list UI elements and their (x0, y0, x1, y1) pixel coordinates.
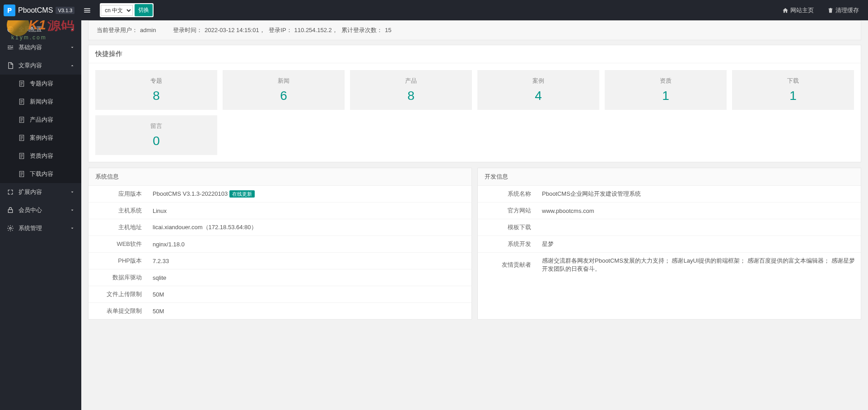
login-count-value: 15 (385, 27, 391, 33)
quick-card[interactable]: 产品8 (350, 70, 472, 110)
chevron-down-icon (70, 190, 75, 194)
user-value: admin (140, 27, 156, 33)
quick-card[interactable]: 资质1 (605, 70, 727, 110)
login-info-bar: 当前登录用户：admin 登录时间：2022-03-12 14:15:01， 登… (88, 20, 861, 40)
nav-basic-content[interactable]: 基础内容 (0, 38, 81, 57)
quick-panel: 快捷操作 专题8新闻6产品8案例4资质1下载1留言0 (88, 45, 861, 162)
row-label: 应用版本 (89, 186, 147, 203)
user-label: 当前登录用户： (97, 27, 138, 33)
dev-info-table: 系统名称PbootCMS企业网站开发建设管理系统官方网站www.pbootcms… (478, 186, 861, 277)
site-home-link[interactable]: 网站主页 (782, 6, 814, 14)
table-row: WEB软件nginx/1.18.0 (89, 236, 471, 253)
table-row: 系统开发星梦 (478, 236, 861, 253)
quick-cards: 专题8新闻6产品8案例4资质1下载1留言0 (89, 63, 861, 162)
menu-toggle[interactable] (78, 0, 96, 20)
nav-sub-topic[interactable]: 专题内容 (0, 75, 81, 93)
nav-label: 产品内容 (30, 116, 53, 124)
row-value: nginx/1.18.0 (147, 236, 471, 253)
file-text-icon (18, 98, 25, 105)
quick-panel-title: 快捷操作 (89, 45, 861, 63)
nav-label: 系统管理 (19, 224, 42, 232)
row-label: 官方网站 (478, 203, 537, 219)
row-value: 50M (147, 303, 471, 320)
table-row: 数据库驱动sqlite (89, 269, 471, 286)
hamburger-icon (83, 6, 91, 14)
card-number: 1 (607, 89, 724, 103)
nav-label: 基础内容 (19, 43, 42, 52)
trash-icon (827, 7, 834, 14)
row-label: 系统名称 (478, 186, 537, 203)
site-home-label: 网站主页 (790, 6, 814, 14)
info-columns: 系统信息 应用版本PbootCMS V3.1.3-20220103在线更新主机系… (88, 168, 861, 320)
card-title: 案例 (480, 77, 597, 85)
nav-label: 扩展内容 (19, 188, 42, 196)
row-value: Linux (147, 203, 471, 219)
nav-global-config[interactable]: 全局配置 (0, 20, 81, 38)
table-row: 主机系统Linux (89, 203, 471, 219)
row-value: 感谢交流群各网友对PbootCMS发展的大力支持； 感谢LayUI提供的前端框架… (537, 253, 861, 278)
system-info-panel: 系统信息 应用版本PbootCMS V3.1.3-20220103在线更新主机系… (88, 168, 472, 320)
nav-sub-news[interactable]: 新闻内容 (0, 93, 81, 111)
nav-sub-download[interactable]: 下载内容 (0, 165, 81, 183)
login-time-value: 2022-03-12 14:15:01， (205, 27, 265, 33)
logo-area[interactable]: PbootCMS V3.1.3 (0, 0, 78, 20)
language-switcher: cn 中文 切换 (100, 3, 154, 17)
system-info-table: 应用版本PbootCMS V3.1.3-20220103在线更新主机系统Linu… (89, 186, 471, 319)
nav-article-content[interactable]: 文章内容 (0, 57, 81, 75)
card-title: 产品 (352, 77, 470, 85)
card-number: 8 (352, 89, 470, 103)
chevron-down-icon (70, 27, 75, 32)
nav-extend-content[interactable]: 扩展内容 (0, 183, 81, 201)
card-title: 资质 (607, 77, 724, 85)
row-label: 数据库驱动 (89, 269, 147, 286)
card-title: 下载 (734, 77, 852, 85)
row-value: sqlite (147, 269, 471, 286)
row-value: 50M (147, 286, 471, 303)
quick-card[interactable]: 留言0 (95, 115, 217, 155)
expand-icon (7, 189, 14, 196)
system-info-title: 系统信息 (89, 168, 471, 186)
clear-cache-link[interactable]: 清理缓存 (827, 6, 859, 14)
nav-sub-cert[interactable]: 资质内容 (0, 147, 81, 165)
dev-info-title: 开发信息 (478, 168, 861, 186)
quick-card[interactable]: 新闻6 (223, 70, 345, 110)
card-title: 新闻 (225, 77, 342, 85)
language-select[interactable]: cn 中文 (101, 5, 133, 16)
nav-member-center[interactable]: 会员中心 (0, 201, 81, 219)
update-badge[interactable]: 在线更新 (229, 190, 255, 198)
chevron-down-icon (70, 45, 75, 50)
lock-icon (7, 207, 14, 214)
login-ip-value: 110.254.152.2， (294, 27, 338, 33)
nav-sub-product[interactable]: 产品内容 (0, 111, 81, 129)
table-row: 表单提交限制50M (89, 303, 471, 320)
login-time-label: 登录时间： (173, 27, 202, 33)
table-row: PHP版本7.2.33 (89, 253, 471, 269)
card-title: 留言 (98, 122, 215, 130)
card-number: 8 (98, 89, 215, 103)
row-value: licai.xiandouer.com（172.18.53.64:80） (147, 219, 471, 236)
card-number: 1 (734, 89, 852, 103)
row-label: 系统开发 (478, 236, 537, 253)
row-value: PbootCMS企业网站开发建设管理系统 (537, 186, 861, 203)
row-label: WEB软件 (89, 236, 147, 253)
chevron-down-icon (70, 226, 75, 231)
quick-card[interactable]: 案例4 (477, 70, 599, 110)
row-label: 模板下载 (478, 219, 537, 236)
nav-sub-case[interactable]: 案例内容 (0, 129, 81, 147)
language-switch-button[interactable]: 切换 (135, 4, 153, 16)
nav-system-manage[interactable]: 系统管理 (0, 219, 81, 237)
file-icon (7, 62, 14, 69)
row-label: 表单提交限制 (89, 303, 147, 320)
quick-card[interactable]: 专题8 (95, 70, 217, 110)
quick-card[interactable]: 下载1 (732, 70, 854, 110)
row-label: 主机系统 (89, 203, 147, 219)
main-content: 当前登录用户：admin 登录时间：2022-03-12 14:15:01， 登… (81, 20, 868, 320)
sidebar: 全局配置 基础内容 文章内容 专题内容 新闻内容 产品内容 案例内容 资质内容 … (0, 20, 81, 320)
file-text-icon (18, 116, 25, 123)
svg-point-8 (9, 227, 11, 229)
file-text-icon (18, 152, 25, 160)
login-ip-label: 登录IP： (269, 27, 292, 33)
nav-label: 案例内容 (30, 134, 53, 142)
nav-label: 文章内容 (19, 61, 42, 70)
table-row: 主机地址licai.xiandouer.com（172.18.53.64:80） (89, 219, 471, 236)
